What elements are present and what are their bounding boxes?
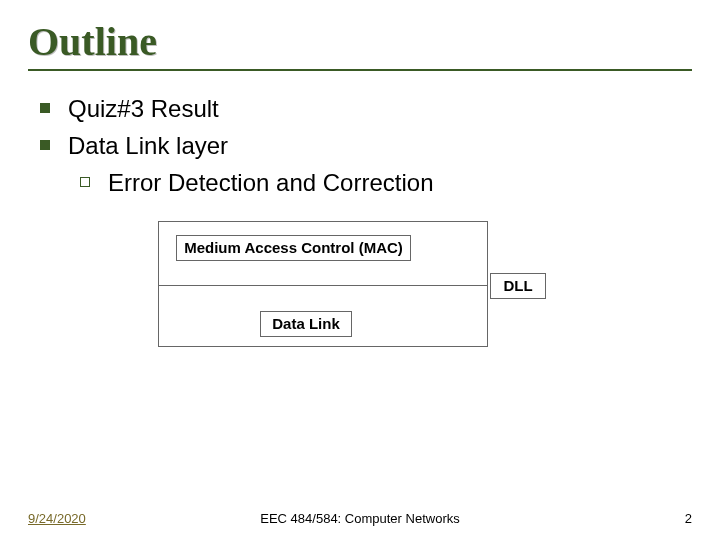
- datalink-box: Data Link: [260, 311, 352, 337]
- page-title: Outline: [28, 18, 692, 65]
- mac-box: Medium Access Control (MAC): [176, 235, 411, 261]
- slide: Outline Quiz#3 Result Data Link layer Er…: [0, 0, 720, 540]
- list-item: Error Detection and Correction: [80, 167, 692, 198]
- bullet-text: Data Link layer: [68, 130, 228, 161]
- footer-course: EEC 484/584: Computer Networks: [260, 511, 459, 526]
- hollow-square-bullet-icon: [80, 177, 90, 187]
- bullet-text: Quiz#3 Result: [68, 93, 219, 124]
- footer-date: 9/24/2020: [28, 511, 86, 526]
- diagram-divider: [158, 285, 488, 286]
- title-underline: [28, 69, 692, 71]
- bullet-list: Quiz#3 Result Data Link layer Error Dete…: [28, 93, 692, 199]
- list-item: Data Link layer: [40, 130, 692, 161]
- list-item: Quiz#3 Result: [40, 93, 692, 124]
- dll-box: DLL: [490, 273, 546, 299]
- square-bullet-icon: [40, 140, 50, 150]
- layer-diagram: Medium Access Control (MAC) DLL Data Lin…: [28, 221, 692, 401]
- square-bullet-icon: [40, 103, 50, 113]
- slide-footer: 9/24/2020 EEC 484/584: Computer Networks…: [0, 511, 720, 526]
- footer-page-number: 2: [685, 511, 692, 526]
- bullet-text: Error Detection and Correction: [108, 167, 433, 198]
